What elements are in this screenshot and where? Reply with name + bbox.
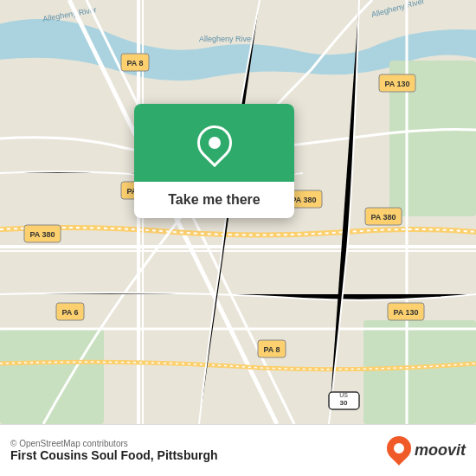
svg-text:Allegheny River: Allegheny River (370, 0, 425, 19)
svg-text:Allegheny River: Allegheny River (199, 35, 254, 43)
svg-text:US: US (339, 392, 348, 398)
svg-text:Allegheny River: Allegheny River (42, 5, 98, 23)
location-pin-icon (190, 119, 239, 168)
popup-card: Take me there (134, 104, 294, 218)
svg-text:PA 130: PA 130 (393, 308, 418, 317)
svg-text:30: 30 (340, 399, 348, 407)
svg-rect-5 (363, 320, 476, 424)
map-container: Allegheny River Allegheny River Alleghen… (0, 0, 476, 424)
popup-header (134, 104, 294, 182)
place-name: First Cousins Soul Food, Pittsburgh (10, 448, 218, 462)
map-attribution: © OpenStreetMap contributors (10, 439, 218, 448)
svg-text:PA 380: PA 380 (29, 230, 55, 239)
bottom-bar: © OpenStreetMap contributors First Cousi… (0, 424, 476, 476)
moovit-logo[interactable]: moovit (387, 436, 466, 466)
moovit-text: moovit (415, 441, 466, 460)
svg-text:PA 8: PA 8 (126, 59, 143, 68)
bottom-left-info: © OpenStreetMap contributors First Cousi… (10, 439, 218, 462)
svg-text:PA 6: PA 6 (61, 308, 78, 317)
svg-text:PA 380: PA 380 (370, 213, 396, 222)
take-me-there-button[interactable]: Take me there (134, 182, 294, 218)
svg-text:PA 130: PA 130 (384, 80, 409, 88)
svg-text:PA 380: PA 380 (291, 196, 316, 204)
svg-text:PA 8: PA 8 (263, 345, 280, 354)
